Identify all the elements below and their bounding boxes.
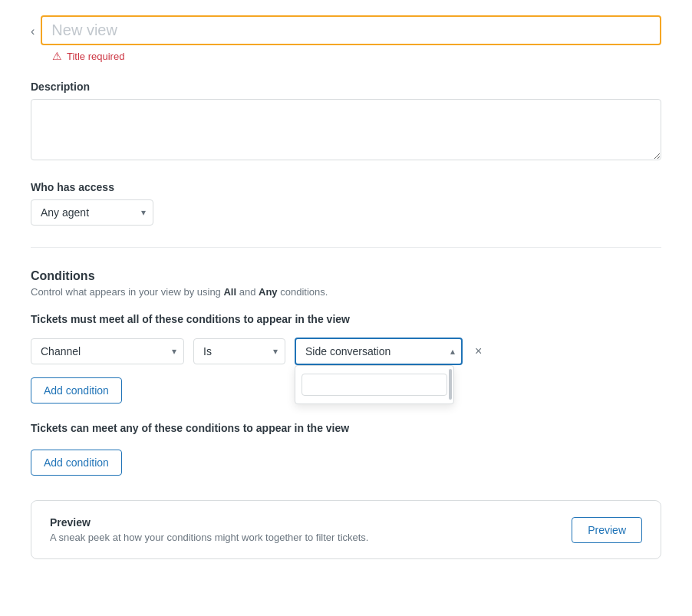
title-error-text: Title required (67, 51, 124, 62)
preview-text-block: Preview A sneak peek at how your conditi… (50, 516, 572, 543)
all-conditions-section: Tickets must meet all of these condition… (31, 313, 661, 404)
description-section: Description (31, 81, 661, 163)
title-input[interactable] (41, 15, 661, 45)
conditions-desc-and: and (236, 286, 259, 298)
conditions-description: Control what appears in your view by usi… (31, 286, 661, 298)
access-label: Who has access (31, 181, 661, 193)
any-conditions-section: Tickets can meet any of these conditions… (31, 422, 661, 476)
preview-title: Preview (50, 516, 572, 529)
scrollbar-indicator (449, 369, 452, 400)
conditions-section: Conditions Control what appears in your … (31, 269, 661, 476)
preview-button[interactable]: Preview (572, 517, 642, 543)
preview-section: Preview A sneak peek at how your conditi… (31, 500, 661, 559)
back-icon[interactable]: ‹ (31, 25, 35, 38)
access-section: Who has access Any agent Specific agents… (31, 181, 661, 226)
preview-description: A sneak peek at how your conditions migh… (50, 532, 572, 543)
conditions-all-bold: All (223, 286, 236, 298)
any-conditions-title: Tickets can meet any of these conditions… (31, 422, 661, 434)
access-select[interactable]: Any agent Specific agents Only me (31, 199, 153, 226)
value-input[interactable] (295, 338, 463, 365)
conditions-desc-prefix: Control what appears in your view by usi… (31, 286, 223, 298)
dropdown-search-input[interactable] (302, 374, 447, 396)
operator-select[interactable]: Is Is not Contains (193, 338, 285, 364)
condition-row: Channel Status Priority Assignee ▾ Is Is… (31, 338, 661, 365)
operator-select-wrapper: Is Is not Contains ▾ (193, 338, 285, 364)
divider (31, 247, 661, 248)
conditions-title: Conditions (31, 269, 661, 283)
field-select[interactable]: Channel Status Priority Assignee (31, 338, 184, 364)
add-any-condition-button[interactable]: Add condition (31, 450, 122, 476)
value-dropdown-panel (295, 365, 454, 404)
conditions-desc-suffix: conditions. (278, 286, 328, 298)
conditions-any-bold: Any (259, 286, 278, 298)
value-wrapper: ▴ (295, 338, 463, 365)
description-label: Description (31, 81, 661, 93)
warning-icon: ⚠ (52, 50, 62, 62)
all-conditions-title: Tickets must meet all of these condition… (31, 313, 661, 325)
add-all-condition-button[interactable]: Add condition (31, 377, 122, 404)
description-textarea[interactable] (31, 99, 661, 160)
field-select-wrapper: Channel Status Priority Assignee ▾ (31, 338, 184, 364)
title-error: ⚠ Title required (52, 50, 661, 62)
remove-condition-button[interactable]: × (472, 341, 485, 361)
access-select-wrapper: Any agent Specific agents Only me ▾ (31, 199, 153, 226)
